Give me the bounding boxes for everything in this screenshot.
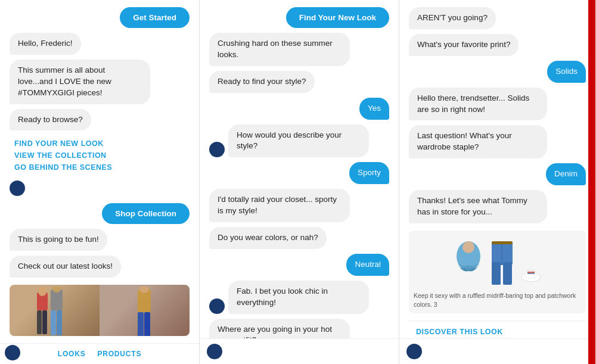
product-image-left [10,285,100,336]
messages-panel-1: Get Started Hello, Frederic! This summer… [0,0,199,343]
messages-panel-3: AREN'T you going? What's your favorite p… [399,0,595,338]
fun-bubble: This is going to be fun! [10,229,107,251]
yes-row: Yes [209,98,389,120]
raid-row: I'd totally raid your closet... sporty i… [209,189,389,222]
svg-point-3 [38,287,46,296]
p3-print-row: What's your favorite print? [409,34,586,56]
chat-panel-1: Get Started Hello, Frederic! This summer… [0,0,200,364]
discover-look-link[interactable]: DISCOVER THIS LOOK [416,326,579,338]
hello-row: Hello, Frederic! [10,33,190,55]
ready-row: Ready to browse? [10,109,190,131]
svg-rect-18 [492,241,513,244]
bot-avatar-row-1 [10,181,190,196]
product-image-right [100,285,190,336]
bot-avatar-bottom [5,345,20,360]
looks-link[interactable]: LOOKS [58,350,86,358]
nav-links: FIND YOUR NEW LOOK VIEW THE COLLECTION G… [10,135,190,176]
bot-avatar-p2-bottom [207,344,222,359]
sporty-bubble: Sporty [349,162,389,184]
red-accent-strip [588,0,595,364]
ruffled-top-svg [452,238,485,286]
hello-bubble: Hello, Frederic! [10,33,81,55]
p3-arent-bubble: AREN'T you going? [409,7,496,29]
chat-panel-2: Find Your New Look Crushing hard on thes… [200,0,399,364]
colors-row: Do you wear colors, or nah? [209,227,389,249]
find-look-button[interactable]: Find Your New Look [286,7,389,28]
p3-denim-row: Denim [409,163,586,185]
svg-rect-6 [57,310,62,335]
p3-thanks-bubble: Thanks! Let's see what Tommy has in stor… [409,190,547,223]
panel2-footer [200,338,399,364]
find-look-row: Find Your New Look [209,7,389,28]
p3-trendsetter-row: Hello there, trendsetter... Solids are s… [409,88,586,121]
find-new-look-link[interactable]: FIND YOUR NEW LOOK [14,138,185,150]
p3-last-q-bubble: Last question! What's your wardrobe stap… [409,125,547,158]
crushing-bubble: Crushing hard on these summer looks. [209,33,350,66]
bot-avatar-p2-2 [209,298,225,314]
p3-solids-row: Solids [409,61,586,83]
summer-bubble: This summer is all about love...and I LO… [10,60,150,104]
product-display-card: Keep it sexy with a ruffled midriff-bari… [409,231,586,313]
checkout-bubble: Check out our latest looks! [10,256,121,278]
bot-avatar-1 [10,181,25,196]
product-card-1: TOMMYXGIGI Looks / Products #TO Looks [10,285,190,336]
bot-avatar-p3-bottom [406,344,422,359]
svg-rect-9 [138,312,144,336]
crushing-row: Crushing hard on these summer looks. [209,33,389,66]
describe-bubble: How would you describe your style? [228,125,369,158]
summer-row: This summer is all about love...and I LO… [10,60,190,104]
colors-bubble: Do you wear colors, or nah? [209,227,327,249]
fab-bubble: Fab. I bet you look chic in everything! [228,281,369,314]
raid-bubble: I'd totally raid your closet... sporty i… [209,189,350,222]
fashion-figure-2 [133,287,157,336]
product-display-image [414,235,581,289]
where-going-row: Where are you going in your hot new outf… [209,319,389,338]
bottom-bot-avatar [5,345,20,360]
sporty-row: Sporty [209,162,389,184]
svg-rect-1 [37,310,42,334]
p3-last-q-row: Last question! What's your wardrobe stap… [409,125,586,158]
svg-point-13 [462,241,474,253]
behind-scenes-link[interactable]: GO BEHIND THE SCENES [14,161,185,173]
svg-rect-16 [492,262,501,285]
panel3-action-links: DISCOVER THIS LOOK CHANGE MY STYLE LATES… [409,321,586,338]
checkout-row: Check out our latest looks! [10,256,190,278]
p3-solids-bubble: Solids [547,61,586,83]
fab-row: Fab. I bet you look chic in everything! [209,281,389,314]
yes-bubble: Yes [359,98,389,120]
jeans-svg [489,238,516,286]
p3-print-bubble: What's your favorite print? [409,34,519,56]
ready-style-bubble: Ready to find your style? [209,71,315,93]
fun-row: This is going to be fun! [10,229,190,251]
shop-collection-button[interactable]: Shop Collection [102,203,190,224]
p3-thanks-row: Thanks! Let's see what Tommy has in stor… [409,190,586,223]
svg-rect-5 [51,310,56,335]
get-started-row: Get Started [10,7,190,28]
chat-panel-3: AREN'T you going? What's your favorite p… [399,0,596,364]
sneakers-svg [519,238,543,286]
products-link[interactable]: PRODUCTS [97,350,141,358]
svg-rect-17 [503,262,512,285]
panel1-footer: LOOKS PRODUCTS [0,343,199,364]
neutral-bubble: Neutral [346,254,389,276]
get-started-button[interactable]: Get Started [120,7,190,28]
product-images [10,285,190,336]
view-collection-link[interactable]: VIEW THE COLLECTION [14,150,185,161]
neutral-row: Neutral [209,254,389,276]
ready-bubble: Ready to browse? [10,109,91,131]
product-description: Keep it sexy with a ruffled midriff-bari… [414,291,581,309]
svg-rect-4 [51,290,63,310]
bot-avatar-p2-1 [209,142,225,157]
shop-collection-row: Shop Collection [10,203,190,224]
svg-rect-2 [42,310,47,334]
where-going-bubble: Where are you going in your hot new outf… [209,319,350,338]
svg-rect-10 [144,312,150,336]
p3-trendsetter-bubble: Hello there, trendsetter... Solids are s… [409,88,547,121]
ready-style-row: Ready to find your style? [209,71,389,93]
p3-denim-bubble: Denim [546,163,586,185]
describe-row: How would you describe your style? [209,125,389,158]
messages-panel-2: Find Your New Look Crushing hard on thes… [200,0,399,338]
panel3-footer [399,338,595,364]
p3-arent-row: AREN'T you going? [409,7,586,29]
fashion-figure-1 [34,287,76,336]
